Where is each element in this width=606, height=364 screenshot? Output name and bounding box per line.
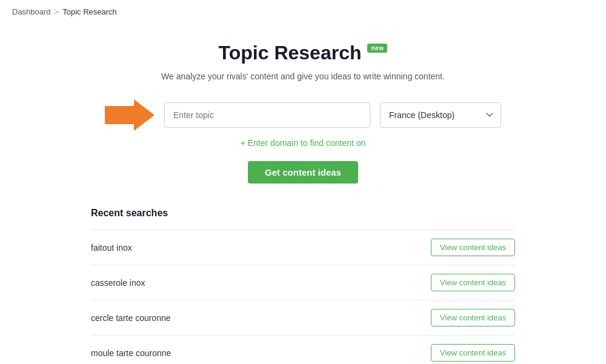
arrow-indicator xyxy=(105,99,155,131)
recent-searches-title: Recent searches xyxy=(91,208,515,219)
table-row: cercle tarte couronneView content ideas xyxy=(91,300,515,335)
breadcrumb-home[interactable]: Dashboard xyxy=(12,7,51,16)
topic-input[interactable] xyxy=(164,102,370,128)
title-area: Topic Research new xyxy=(219,42,388,64)
breadcrumb: Dashboard > Topic Research xyxy=(0,0,606,24)
arrow-head xyxy=(134,99,155,131)
search-rows-container: faitout inoxView content ideascasserole … xyxy=(91,230,515,364)
page-title: Topic Research xyxy=(219,42,362,64)
country-select[interactable]: France (Desktop)United States (Desktop)U… xyxy=(380,102,501,128)
recent-searches: Recent searches faitout inoxView content… xyxy=(91,208,515,364)
search-term: cercle tarte couronne xyxy=(91,313,171,323)
search-term: moule tarte couronne xyxy=(91,348,171,358)
arrow-body xyxy=(105,106,134,124)
main-content: Topic Research new We analyze your rival… xyxy=(0,24,606,364)
view-content-ideas-button[interactable]: View content ideas xyxy=(431,274,515,291)
search-term: faitout inox xyxy=(91,243,132,253)
subtitle: We analyze your rivals' content and give… xyxy=(161,71,445,81)
breadcrumb-current: Topic Research xyxy=(62,7,117,16)
view-content-ideas-button[interactable]: View content ideas xyxy=(431,344,515,362)
search-area: France (Desktop)United States (Desktop)U… xyxy=(105,99,501,131)
table-row: casserole inoxView content ideas xyxy=(91,265,515,300)
view-content-ideas-button[interactable]: View content ideas xyxy=(431,239,515,256)
new-badge: new xyxy=(367,44,387,53)
breadcrumb-separator: > xyxy=(55,7,59,16)
view-content-ideas-button[interactable]: View content ideas xyxy=(431,309,515,326)
search-term: casserole inox xyxy=(91,278,145,288)
get-ideas-button[interactable]: Get content ideas xyxy=(248,161,358,184)
table-row: faitout inoxView content ideas xyxy=(91,230,515,265)
domain-link[interactable]: + Enter domain to find content on xyxy=(241,138,366,148)
table-row: moule tarte couronneView content ideas xyxy=(91,335,515,364)
